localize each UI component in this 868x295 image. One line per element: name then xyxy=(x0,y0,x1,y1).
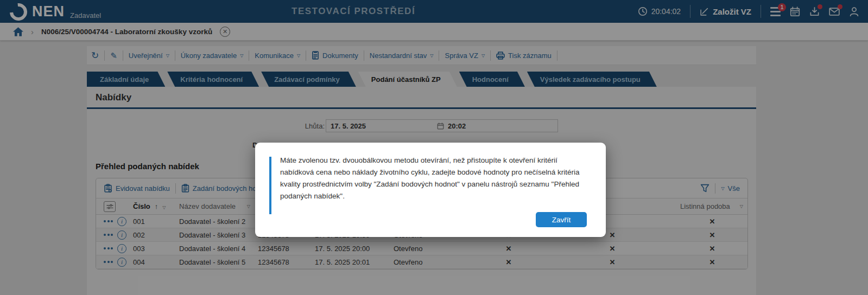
info-accent-bar xyxy=(269,157,271,214)
notification-modal: Máte zvolenou tzv. dvouobálkovou metodu … xyxy=(255,143,606,237)
modal-message: Máte zvolenou tzv. dvouobálkovou metodu … xyxy=(280,155,587,202)
nen-app: NEN Zadavatel TESTOVACÍ PROSTŘEDÍ 20:04:… xyxy=(0,0,868,295)
close-modal-button[interactable]: Zavřít xyxy=(536,212,587,227)
